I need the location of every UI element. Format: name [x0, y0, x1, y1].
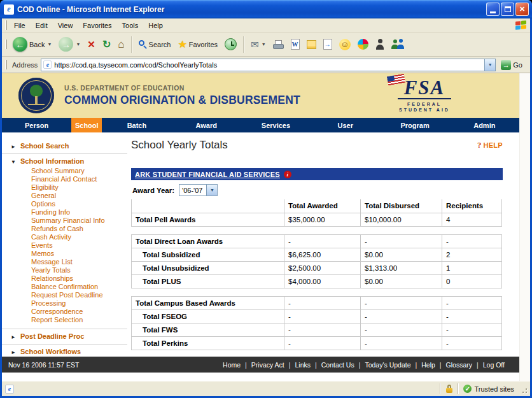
table-spacer-row [132, 226, 502, 234]
sidebar-item-school-summary[interactable]: School Summary [31, 167, 122, 175]
go-arrow-icon: → [501, 60, 511, 70]
toolbar-drag-handle[interactable] [5, 39, 7, 49]
recipients-cell: - [442, 336, 502, 350]
table-row-subsidized: Total Subsidized $6,625.00 $0.00 2 [132, 248, 502, 261]
sidebar-item-memos[interactable]: Memos [31, 250, 122, 258]
resize-grip[interactable] [519, 383, 529, 395]
menu-drag-handle[interactable] [5, 20, 7, 30]
disbursed-cell: - [361, 234, 442, 248]
address-drag-handle[interactable] [5, 60, 7, 69]
footer-link-home[interactable]: Home [218, 361, 245, 369]
sidebar-item-options[interactable]: Options [31, 200, 122, 208]
sidebar-item-processing[interactable]: Processing [31, 299, 122, 308]
history-button[interactable] [221, 36, 240, 52]
back-button[interactable]: ← Back ▼ [10, 35, 55, 53]
security-cell[interactable] [443, 385, 456, 393]
sidebar-item-funding-info[interactable]: Funding Info [31, 208, 122, 217]
address-input[interactable]: e https://cod.qa.tsysecom.com/cod/School… [41, 59, 496, 71]
sidebar-item-post-deadline-proc[interactable]: ► Post Deadline Proc [2, 332, 122, 340]
nav-tab-services[interactable]: Services [241, 118, 311, 132]
menu-help[interactable]: Help [143, 20, 168, 31]
title-bar[interactable]: e COD Online - Microsoft Internet Explor… [0, 0, 532, 18]
award-year-select[interactable]: '06-'07 ▼ [179, 184, 218, 196]
sidebar-item-balance-confirmation[interactable]: Balance Confirmation [31, 283, 122, 291]
security-zone-cell[interactable]: ✓ Trusted sites [461, 385, 519, 393]
person-head [378, 39, 382, 43]
sidebar-section-post-deadline: ► Post Deadline Proc [2, 329, 127, 344]
sidebar-item-message-list[interactable]: Message List [31, 258, 122, 266]
menu-tools[interactable]: Tools [117, 20, 144, 31]
nav-tab-award[interactable]: Award [172, 118, 241, 132]
icq-button[interactable] [354, 37, 372, 52]
send-button[interactable]: → [320, 37, 335, 52]
favorites-button[interactable]: ★ Favorites [174, 36, 221, 52]
menu-view[interactable]: View [53, 20, 78, 31]
menu-file[interactable]: File [9, 20, 31, 31]
go-button[interactable]: → Go [499, 59, 526, 71]
footer-link-help[interactable]: Help [417, 361, 440, 369]
help-link[interactable]: ? HELP [477, 140, 503, 150]
nav-tab-school[interactable]: School [71, 118, 102, 132]
footer-link-log-off[interactable]: Log Off [479, 361, 509, 369]
messenger-button[interactable]: ☺ [336, 37, 354, 52]
nav-tab-admin[interactable]: Admin [450, 118, 519, 132]
sidebar-item-cash-activity[interactable]: Cash Activity [31, 233, 122, 241]
sidebar-item-request-post-deadline[interactable]: Request Post Deadline [31, 291, 122, 299]
home-icon: ⌂ [118, 38, 124, 51]
menu-edit[interactable]: Edit [31, 20, 53, 31]
minimize-button[interactable] [486, 3, 500, 16]
nav-tab-program[interactable]: Program [380, 118, 449, 132]
nav-tab-person[interactable]: Person [2, 118, 71, 132]
edit-button[interactable]: W [288, 37, 303, 52]
sidebar-item-eligibility[interactable]: Eligibility [31, 183, 122, 192]
sidebar-item-yearly-totals[interactable]: Yearly Totals [31, 266, 122, 274]
footer-link-links[interactable]: Links [291, 361, 316, 369]
maximize-button[interactable] [501, 3, 514, 16]
school-info-icon[interactable]: i [284, 171, 291, 178]
refresh-button[interactable]: ↻ [99, 36, 114, 52]
sidebar-item-report-selection[interactable]: Report Selection [31, 316, 122, 324]
sidebar-item-refunds-of-cash[interactable]: Refunds of Cash [31, 225, 122, 233]
footer-link-glossary[interactable]: Glossary [442, 361, 477, 369]
cod-page: U.S. DEPARTMENT OF EDUCATION COMMON ORIG… [2, 73, 519, 381]
sidebar-item-summary-financial-info[interactable]: Summary Financial Info [31, 217, 122, 225]
sidebar-item-correspondence[interactable]: Correspondence [31, 308, 122, 316]
forward-button[interactable]: → ▼ [55, 35, 83, 53]
sidebar-item-school-search[interactable]: ► School Search [2, 142, 122, 150]
contacts-button[interactable] [388, 37, 409, 52]
close-button[interactable]: ✕ [515, 3, 529, 16]
disbursed-cell: - [361, 336, 442, 350]
recipients-cell: 0 [442, 274, 502, 288]
footer-link-privacy-act[interactable]: Privacy Act [247, 361, 289, 369]
search-button[interactable]: Search [136, 38, 174, 50]
page-footer: Nov 16 2006 11:57 EST Home | Privacy Act… [2, 357, 519, 373]
sidebar-item-financial-aid-contact[interactable]: Financial Aid Contact [31, 175, 122, 183]
stop-button[interactable]: ✕ [84, 37, 99, 52]
mail-dropdown-icon[interactable]: ▼ [262, 42, 266, 46]
research-button[interactable] [372, 37, 388, 52]
footer-timestamp: Nov 16 2006 11:57 EST [8, 361, 79, 369]
awarded-cell: $35,000.00 [284, 213, 361, 226]
discuss-button[interactable] [304, 38, 319, 51]
menu-favorites[interactable]: Favorites [78, 20, 116, 31]
address-dropdown-button[interactable]: ▼ [484, 59, 495, 71]
sidebar-item-school-information[interactable]: ▼ School Information [2, 157, 122, 165]
print-button[interactable] [270, 38, 287, 51]
mail-button[interactable]: ✉ ▼ [248, 37, 269, 52]
footer-link-todays-update[interactable]: Today's Update [360, 361, 415, 369]
nav-tab-user[interactable]: User [311, 118, 380, 132]
primary-nav: Person School Batch Award Services User … [2, 118, 519, 132]
school-name-link[interactable]: ARK STUDENT FINANCIAL AID SERVICES [135, 171, 280, 178]
sidebar-item-school-workflows[interactable]: ► School Workflows [2, 348, 122, 355]
sidebar-item-general[interactable]: General [31, 192, 122, 200]
table-row-pell: Total Pell Awards $35,000.00 $10,000.00 … [132, 213, 502, 226]
nav-tab-batch[interactable]: Batch [102, 118, 171, 132]
forward-dropdown-icon[interactable]: ▼ [76, 42, 80, 46]
banner: U.S. DEPARTMENT OF EDUCATION COMMON ORIG… [2, 73, 519, 118]
footer-link-contact-us[interactable]: Contact Us [317, 361, 359, 369]
person-body [376, 45, 384, 50]
sidebar-item-relationships[interactable]: Relationships [31, 274, 122, 283]
home-button[interactable]: ⌂ [115, 36, 127, 53]
back-dropdown-icon[interactable]: ▼ [47, 42, 52, 46]
sidebar-item-events[interactable]: Events [31, 241, 122, 250]
